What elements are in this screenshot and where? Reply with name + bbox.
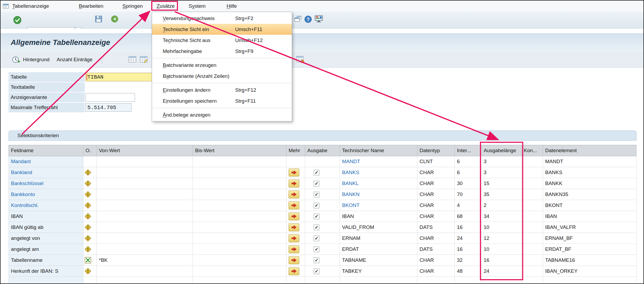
bis-wert-cell[interactable]	[193, 189, 286, 200]
multiple-selection-button[interactable]	[289, 179, 299, 187]
multiple-selection-button[interactable]	[289, 267, 299, 275]
enter-check-icon[interactable]	[13, 16, 22, 26]
von-wert-cell[interactable]: *BK	[97, 255, 193, 266]
tech-name-cell[interactable]: VALID_FROM	[340, 222, 417, 233]
choose-grid-arrow-icon[interactable]	[296, 56, 305, 64]
maximale-trefferzahl-input[interactable]	[86, 103, 131, 112]
new-session-icon[interactable]	[294, 15, 302, 24]
ausgabe-checkbox[interactable]	[314, 258, 319, 263]
feldname-cell[interactable]: Bankkonto	[9, 189, 83, 200]
menu-tabellenanzeige[interactable]: Tabellenanzeige	[11, 1, 51, 12]
selection-options-icon[interactable]	[84, 191, 91, 198]
bis-wert-cell[interactable]	[193, 233, 286, 244]
table-grid-icon[interactable]	[128, 56, 137, 64]
von-wert-cell[interactable]	[97, 178, 193, 189]
menu-bearbeiten[interactable]: Bearbeiten	[77, 1, 105, 12]
feldname-cell[interactable]: IBAN	[9, 211, 83, 222]
tech-name-cell[interactable]: BANKN	[340, 189, 417, 200]
anzahl-eintraege-button[interactable]: Anzahl Einträge	[57, 52, 92, 67]
feldname-cell[interactable]: Tabellenname	[9, 255, 83, 266]
tech-name-cell[interactable]: BANKL	[340, 178, 417, 189]
tech-name-cell[interactable]: IBAN	[340, 211, 417, 222]
ausgabe-checkbox[interactable]	[314, 268, 319, 274]
tech-name-cell[interactable]: MANDT	[340, 156, 417, 167]
background-run-clock-icon[interactable]	[12, 56, 21, 65]
selection-options-icon[interactable]	[84, 268, 91, 275]
bis-wert-cell[interactable]	[193, 244, 286, 255]
tech-name-cell[interactable]: TABNAME	[340, 255, 417, 266]
multiple-selection-button[interactable]	[289, 256, 299, 264]
selection-options-icon[interactable]	[84, 213, 91, 220]
von-wert-cell[interactable]	[97, 222, 193, 233]
selection-options-icon[interactable]	[84, 169, 91, 176]
von-wert-cell[interactable]	[97, 189, 193, 200]
von-wert-cell[interactable]	[97, 266, 193, 277]
menu-hilfe[interactable]: Hilfe	[225, 1, 238, 12]
customize-layout-monitor-icon[interactable]	[314, 15, 323, 24]
von-wert-cell[interactable]	[97, 167, 193, 178]
menu-item-aend-belege-anzeigen[interactable]: Änd.belege anzeigen	[152, 109, 292, 120]
von-wert-cell[interactable]	[97, 200, 193, 211]
tech-name-cell[interactable]: BANKS	[340, 167, 417, 178]
bis-wert-cell[interactable]	[193, 211, 286, 222]
selection-options-icon[interactable]	[84, 202, 91, 209]
von-wert-cell[interactable]	[97, 211, 193, 222]
von-wert-cell[interactable]	[97, 156, 193, 167]
menu-item-batchvariante-erzeugen[interactable]: Batchvariante erzeugen	[152, 60, 292, 71]
feldname-cell[interactable]: angelegt von	[9, 233, 83, 244]
ausgabe-checkbox[interactable]	[314, 203, 319, 208]
menu-item-verwendungsnachweis[interactable]: VerwendungsnachweisStrg+F2	[152, 13, 292, 24]
tech-name-cell[interactable]: BKONT	[340, 200, 417, 211]
menu-springen[interactable]: Springen	[121, 1, 144, 12]
ausgabe-checkbox[interactable]	[314, 214, 319, 219]
feldname-cell[interactable]: Herkunft der IBAN: S	[9, 266, 83, 277]
ausgabe-checkbox[interactable]	[314, 181, 319, 186]
multiple-selection-button[interactable]	[289, 190, 299, 198]
multiple-selection-button[interactable]	[289, 201, 299, 209]
feldname-cell[interactable]: Bankschlüssel	[9, 178, 83, 189]
table-grid-edit-icon[interactable]	[139, 56, 148, 64]
tech-name-cell[interactable]: ERNAM	[340, 233, 417, 244]
menu-item-einstellungen-aendern[interactable]: Einstellungen ändernStrg+F12	[152, 85, 292, 95]
feldname-cell[interactable]: Mandant	[9, 156, 83, 167]
multiple-selection-button[interactable]	[289, 223, 299, 231]
ausgabe-checkbox[interactable]	[314, 247, 319, 252]
tech-name-cell[interactable]: ERDAT	[340, 244, 417, 255]
ausgabe-checkbox[interactable]	[314, 225, 319, 230]
multiple-selection-button[interactable]	[289, 212, 299, 220]
help-icon[interactable]: ?	[304, 15, 312, 24]
bis-wert-cell[interactable]	[193, 156, 286, 167]
menu-item-einstellungen-speichern[interactable]: Einstellungen speichernStrg+F11	[152, 95, 292, 106]
selection-options-icon[interactable]	[84, 224, 91, 231]
multiple-selection-button[interactable]	[289, 168, 299, 176]
menu-item-technische-sicht-aus[interactable]: Technische Sicht ausUmsch+F12	[152, 35, 292, 46]
menu-item-mehrfacheingabe[interactable]: MehrfacheingabeStrg+F9	[152, 46, 292, 57]
selection-options-icon[interactable]	[84, 180, 91, 187]
feldname-cell[interactable]: Bankland	[9, 167, 83, 178]
anzeigevariante-input[interactable]	[86, 93, 135, 102]
ausgabe-checkbox[interactable]	[314, 170, 319, 175]
multiple-selection-button[interactable]	[289, 245, 299, 253]
selection-options-icon[interactable]	[84, 246, 91, 253]
back-icon[interactable]	[111, 15, 119, 24]
save-icon[interactable]	[95, 15, 103, 24]
selection-options-icon[interactable]	[84, 235, 91, 242]
menu-system[interactable]: System	[187, 1, 207, 12]
ausgabe-checkbox[interactable]	[314, 192, 319, 197]
feldname-cell[interactable]: angelegt am	[9, 244, 83, 255]
bis-wert-cell[interactable]	[193, 266, 286, 277]
von-wert-cell[interactable]	[97, 233, 193, 244]
menu-item-batchvariante-anzahl-zeilen[interactable]: Batchvariante (Anzahl Zeilen)	[152, 71, 292, 82]
ausgabe-checkbox[interactable]	[314, 236, 319, 241]
von-wert-cell[interactable]	[97, 244, 193, 255]
menu-zusaetze[interactable]: Zusätze	[155, 1, 176, 12]
feldname-cell[interactable]: IBAN gültig ab	[9, 222, 83, 233]
bis-wert-cell[interactable]	[193, 222, 286, 233]
bis-wert-cell[interactable]	[193, 178, 286, 189]
bis-wert-cell[interactable]	[193, 167, 286, 178]
menu-item-technische-sicht-ein[interactable]: Technische Sicht einUmsch+F11	[152, 24, 292, 35]
hintergrund-button[interactable]: Hintergrund	[23, 52, 49, 67]
multiple-selection-button[interactable]	[289, 234, 299, 242]
exclude-selection-icon[interactable]	[84, 257, 91, 264]
bis-wert-cell[interactable]	[193, 200, 286, 211]
